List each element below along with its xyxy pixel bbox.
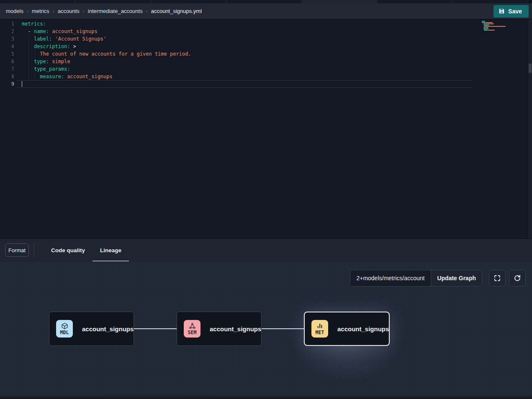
node-type-badge: MDL	[56, 320, 73, 338]
lineage-node-mdl[interactable]: MDLaccount_signups	[49, 312, 134, 346]
model-cube-icon	[61, 322, 68, 330]
panel-tab-lineage[interactable]: Lineage	[93, 239, 129, 262]
top-strip-end	[528, 0, 532, 3]
refresh-icon	[514, 274, 521, 282]
fullscreen-icon	[493, 274, 501, 282]
top-tab-segment[interactable]	[151, 0, 226, 3]
indent-guide	[28, 35, 29, 80]
code-line[interactable]: 6 type: simple	[0, 58, 532, 65]
top-tab-segment[interactable]	[377, 0, 452, 3]
line-number: 8	[0, 73, 17, 80]
line-number: 6	[0, 58, 17, 65]
minimap[interactable]	[482, 21, 508, 35]
fullscreen-button[interactable]	[489, 270, 506, 286]
breadcrumb-bar: models›metrics›accounts›intermediate_acc…	[0, 3, 532, 19]
save-icon	[499, 8, 505, 14]
line-number: 9	[0, 80, 17, 88]
code-line-text: measure: account_signups	[17, 73, 473, 80]
top-tab-segment[interactable]	[302, 0, 377, 3]
semantic-graph-icon	[189, 322, 196, 330]
bottom-panel-header: Format Code qualityLineage	[0, 238, 532, 261]
code-line[interactable]: 9	[0, 80, 532, 88]
breadcrumb-item[interactable]: metrics	[32, 8, 49, 14]
code-editor[interactable]: 1metrics:2 - name: account_signups3 labe…	[0, 19, 532, 238]
breadcrumb-separator: ›	[83, 8, 85, 14]
save-button-label: Save	[508, 8, 522, 15]
line-number: 3	[0, 35, 17, 43]
breadcrumb-item[interactable]: models	[6, 8, 23, 14]
breadcrumb-separator: ›	[146, 8, 148, 14]
code-line[interactable]: 3 label: 'Account Signups'	[0, 35, 532, 43]
lineage-canvas[interactable]: Update Graph	[0, 261, 532, 399]
code-line-text: The count of new accounts for a given ti…	[17, 50, 473, 58]
indent-guide	[35, 50, 35, 58]
text-cursor	[22, 81, 22, 87]
top-tab-segment[interactable]	[0, 0, 75, 3]
breadcrumb-separator: ›	[53, 8, 54, 14]
selector-group: Update Graph	[350, 270, 482, 286]
node-type-label: MDL	[60, 330, 69, 335]
line-number: 5	[0, 50, 17, 58]
lineage-node-met[interactable]: METaccount_signups	[304, 312, 390, 346]
line-number: 7	[0, 65, 17, 73]
code-line[interactable]: 2 - name: account_signups	[0, 28, 532, 35]
lineage-edge	[262, 328, 304, 329]
update-graph-button[interactable]: Update Graph	[431, 270, 482, 286]
code-line-text: metrics:	[17, 20, 473, 28]
line-number: 4	[0, 43, 17, 50]
top-tab-segment[interactable]	[226, 0, 302, 3]
lineage-edge	[134, 328, 177, 329]
node-type-label: MET	[316, 330, 324, 335]
code-line-text: type_params:	[17, 65, 473, 73]
breadcrumb-separator: ›	[27, 8, 28, 14]
format-button[interactable]: Format	[5, 243, 29, 257]
refresh-button[interactable]	[509, 270, 526, 286]
node-type-badge: SEM	[184, 320, 200, 338]
node-label: account_signups	[82, 325, 134, 332]
code-line-text: description: >	[17, 43, 473, 50]
canvas-bottom-fade	[0, 395, 532, 399]
node-type-badge: MET	[311, 320, 328, 338]
code-line[interactable]: 7 type_params:	[0, 65, 532, 73]
code-line[interactable]: 4 description: >	[0, 43, 532, 50]
code-line-text: type: simple	[17, 58, 473, 65]
code-line-text: label: 'Account Signups'	[17, 35, 473, 43]
code-line[interactable]: 5 The count of new accounts for a given …	[0, 50, 532, 58]
top-tab-segment[interactable]	[453, 0, 528, 3]
metric-chart-icon	[316, 322, 324, 330]
breadcrumb-item[interactable]: account_signups.yml	[151, 8, 202, 14]
code-line[interactable]: 8 measure: account_signups	[0, 73, 532, 80]
line-number: 2	[0, 28, 17, 35]
code-line[interactable]: 1metrics:	[0, 20, 532, 28]
panel-tab-code-quality[interactable]: Code quality	[44, 239, 93, 262]
panel-tabs: Code qualityLineage	[44, 239, 129, 262]
indent-guide	[35, 73, 35, 80]
breadcrumb-item[interactable]: accounts	[58, 8, 80, 14]
ide-window: models›metrics›accounts›intermediate_acc…	[0, 0, 532, 399]
lineage-toolbar: Update Graph	[350, 270, 526, 286]
line-number: 1	[0, 20, 17, 28]
code-line-text: - name: account_signups	[17, 28, 473, 35]
lineage-node-sem[interactable]: SEMaccount_signups	[177, 312, 262, 346]
lineage-selector-input[interactable]	[350, 270, 431, 286]
breadcrumb: models›metrics›accounts›intermediate_acc…	[6, 8, 202, 14]
node-label: account_signups	[210, 325, 261, 332]
top-tab-segment[interactable]	[75, 0, 151, 3]
code-line-text	[17, 80, 473, 88]
breadcrumb-item[interactable]: intermediate_accounts	[88, 8, 143, 14]
node-type-label: SEM	[188, 330, 197, 335]
save-button[interactable]: Save	[493, 5, 529, 18]
editor-scrollbar[interactable]	[528, 19, 532, 238]
node-label: account_signups	[337, 325, 389, 332]
panel-divider	[34, 243, 34, 258]
code-lines: 1metrics:2 - name: account_signups3 labe…	[0, 20, 532, 88]
editor-scrollbar-thumb[interactable]	[529, 64, 532, 73]
top-strip	[0, 0, 532, 3]
